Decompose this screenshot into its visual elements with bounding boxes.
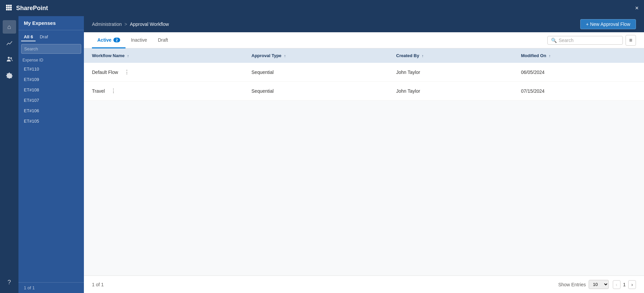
table-row: Default Flow ⋮ Sequential John Taylor 06… <box>84 63 644 82</box>
breadcrumb: Administration > Approval Workflow <box>92 22 169 27</box>
sidebar-search <box>18 41 84 56</box>
next-page-button[interactable]: › <box>628 280 636 289</box>
col-created-by[interactable]: Created By ↑ <box>388 48 513 63</box>
col-workflow-name-label: Workflow Name <box>92 53 125 58</box>
list-item[interactable]: ET#108 <box>18 85 84 95</box>
col-modified-on[interactable]: Modified On ↑ <box>513 48 644 63</box>
cell-approval-type: Sequential <box>243 63 388 82</box>
new-approval-flow-button[interactable]: + New Approval Flow <box>580 19 636 29</box>
workflow-table: Workflow Name ↑ Approval Type ↑ Created … <box>84 48 644 100</box>
close-button[interactable]: × <box>635 5 639 12</box>
row-more-button[interactable]: ⋮ <box>122 68 132 76</box>
main-layout: ⌂ ? My Expenses All 6 Draf <box>0 16 644 293</box>
tab-draft[interactable]: Draft <box>152 33 173 48</box>
sidebar-list: ET#110 ET#109 ET#108 ET#107 ET#106 ET#10… <box>18 64 84 282</box>
workflow-name-value: Default Flow <box>92 70 118 75</box>
sidebar-header: My Expenses <box>18 16 84 30</box>
sort-arrow-created: ↑ <box>422 54 424 58</box>
pagination-bar: 1 of 1 Show Entries 10 25 50 100 ‹ 1 › <box>84 276 644 293</box>
svg-point-10 <box>10 57 12 59</box>
sidebar-search-input[interactable] <box>21 44 81 54</box>
sidebar-tab-draft[interactable]: Draf <box>37 33 51 41</box>
cell-created-by: John Taylor <box>388 63 513 82</box>
breadcrumb-current: Approval Workflow <box>130 22 169 27</box>
table-container: Workflow Name ↑ Approval Type ↑ Created … <box>84 48 644 276</box>
nav-settings-icon[interactable] <box>3 69 16 82</box>
cell-approval-type: Sequential <box>243 82 388 100</box>
breadcrumb-separator: > <box>125 22 127 27</box>
workflow-name-value: Travel <box>92 88 105 94</box>
col-approval-type[interactable]: Approval Type ↑ <box>243 48 388 63</box>
table-body: Default Flow ⋮ Sequential John Taylor 06… <box>84 63 644 100</box>
svg-rect-0 <box>6 5 8 6</box>
tab-active-badge: 2 <box>113 38 120 42</box>
table-header-row: Workflow Name ↑ Approval Type ↑ Created … <box>84 48 644 63</box>
svg-rect-8 <box>10 9 12 10</box>
cell-modified-on: 06/05/2024 <box>513 63 644 82</box>
top-bar: SharePoint × <box>0 0 644 16</box>
svg-rect-6 <box>6 9 8 10</box>
page-number: 1 <box>623 282 626 287</box>
tab-inactive-label: Inactive <box>131 37 147 43</box>
show-entries: Show Entries 10 25 50 100 <box>558 280 608 289</box>
nav-home-icon[interactable]: ⌂ <box>3 20 16 34</box>
search-input[interactable] <box>559 38 619 43</box>
app-title: SharePoint <box>16 5 48 12</box>
list-item[interactable]: ET#110 <box>18 64 84 74</box>
sidebar-footer: 1 of 1 <box>18 282 84 293</box>
sidebar-tabs: All 6 Draf <box>18 30 84 41</box>
prev-page-button[interactable]: ‹ <box>613 280 621 289</box>
page-nav: ‹ 1 › <box>613 280 636 289</box>
tab-active-label: Active <box>97 37 111 43</box>
cell-workflow-name: Travel ⋮ <box>84 82 243 100</box>
tab-draft-label: Draft <box>158 37 168 43</box>
sidebar-tab-all[interactable]: All 6 <box>21 33 36 41</box>
pagination-right: Show Entries 10 25 50 100 ‹ 1 › <box>558 280 636 289</box>
col-approval-type-label: Approval Type <box>251 53 281 58</box>
nav-help-icon[interactable]: ? <box>3 276 16 289</box>
search-icon: 🔍 <box>551 38 557 43</box>
show-entries-label: Show Entries <box>558 282 586 287</box>
sort-arrow-approval: ↑ <box>284 54 286 58</box>
svg-rect-1 <box>8 5 10 6</box>
row-more-button[interactable]: ⋮ <box>109 87 118 95</box>
cell-workflow-name: Default Flow ⋮ <box>84 63 243 81</box>
sort-arrow-modified: ↑ <box>549 54 551 58</box>
svg-rect-2 <box>10 5 12 6</box>
list-item[interactable]: ET#105 <box>18 116 84 126</box>
cell-modified-on: 07/15/2024 <box>513 82 644 100</box>
content-header: Administration > Approval Workflow + New… <box>84 16 644 32</box>
svg-rect-5 <box>10 7 12 8</box>
tabs-right: 🔍 ≡ <box>547 35 636 46</box>
sort-arrow-workflow: ↑ <box>127 54 129 58</box>
grid-icon[interactable] <box>5 4 12 12</box>
search-box: 🔍 <box>547 36 623 45</box>
left-nav: ⌂ ? <box>0 16 18 293</box>
breadcrumb-parent[interactable]: Administration <box>92 22 122 27</box>
content-area: Administration > Approval Workflow + New… <box>84 16 644 293</box>
pagination-summary: 1 of 1 <box>92 282 104 287</box>
col-created-by-label: Created By <box>396 53 419 58</box>
filter-button[interactable]: ≡ <box>626 35 636 46</box>
list-item[interactable]: ET#107 <box>18 95 84 106</box>
nav-chart-icon[interactable] <box>3 36 16 50</box>
col-modified-on-label: Modified On <box>521 53 546 58</box>
svg-rect-4 <box>8 7 10 8</box>
sidebar-panel: My Expenses All 6 Draf Expense ID ET#110… <box>18 16 84 293</box>
table-row: Travel ⋮ Sequential John Taylor 07/15/20… <box>84 82 644 100</box>
nav-people-icon[interactable] <box>3 52 16 66</box>
svg-point-9 <box>8 57 10 59</box>
cell-created-by: John Taylor <box>388 82 513 100</box>
svg-rect-3 <box>6 7 8 8</box>
col-workflow-name[interactable]: Workflow Name ↑ <box>84 48 243 63</box>
entries-select[interactable]: 10 25 50 100 <box>589 280 609 289</box>
list-item[interactable]: ET#109 <box>18 74 84 85</box>
tab-inactive[interactable]: Inactive <box>126 33 152 48</box>
svg-rect-7 <box>8 9 10 10</box>
list-item[interactable]: ET#106 <box>18 106 84 116</box>
tab-active[interactable]: Active 2 <box>92 33 126 48</box>
tabs-bar: Active 2 Inactive Draft 🔍 ≡ <box>84 32 644 48</box>
sidebar-section-label: Expense ID <box>18 56 84 64</box>
header-actions: + New Approval Flow <box>580 19 636 29</box>
